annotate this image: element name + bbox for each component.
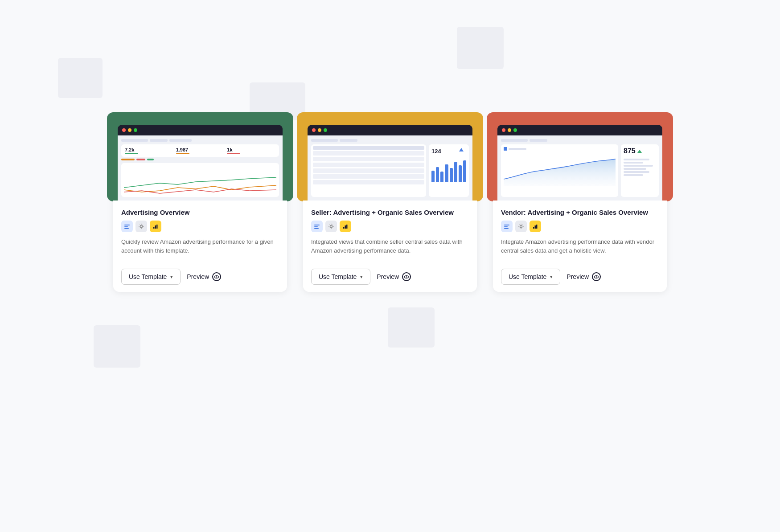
dot-green-1 bbox=[134, 128, 137, 132]
svg-rect-15 bbox=[346, 225, 348, 229]
chart-icon-2 bbox=[342, 223, 349, 229]
icon-row-3 bbox=[501, 221, 659, 232]
svg-point-12 bbox=[330, 225, 333, 228]
svg-point-3 bbox=[140, 225, 143, 228]
icon-badge-gray-1 bbox=[135, 221, 147, 232]
bars-wrapper bbox=[431, 155, 466, 182]
browser-preview-3: 875 bbox=[497, 125, 662, 201]
triangle-up-icon bbox=[459, 148, 464, 151]
metric-line-red bbox=[227, 153, 240, 154]
card-actions-2: Use Template ▾ Preview bbox=[311, 269, 469, 285]
icon-badge-blue-1 bbox=[121, 221, 133, 232]
use-template-button-3[interactable]: Use Template ▾ bbox=[501, 269, 560, 285]
metric-box-3: 1k bbox=[227, 147, 275, 154]
eye-svg-2 bbox=[404, 275, 409, 278]
card-title-2: Seller: Advertising + Organic Sales Over… bbox=[311, 209, 469, 216]
eye-icon-3 bbox=[592, 272, 601, 281]
svg-rect-9 bbox=[314, 225, 320, 225]
bg-square-2 bbox=[457, 27, 504, 69]
svg-rect-10 bbox=[314, 226, 318, 227]
eye-svg-3 bbox=[594, 275, 599, 278]
svg-rect-20 bbox=[504, 228, 509, 229]
svg-rect-18 bbox=[504, 225, 509, 225]
svg-rect-6 bbox=[156, 225, 158, 229]
mini-lines bbox=[624, 159, 656, 176]
mini-line-4 bbox=[624, 168, 646, 170]
area-chart-area bbox=[501, 144, 618, 197]
svg-rect-22 bbox=[533, 227, 534, 229]
content-area-3: 875 bbox=[501, 144, 659, 197]
bar-2 bbox=[436, 167, 439, 182]
mini-line-5 bbox=[624, 171, 649, 173]
svg-rect-24 bbox=[536, 225, 538, 229]
browser-preview-1: 7.2k 1.987 1k bbox=[118, 125, 283, 201]
card-advertising-overview: 7.2k 1.987 1k bbox=[113, 120, 287, 292]
use-template-button-2[interactable]: Use Template ▾ bbox=[311, 269, 370, 285]
preview-label-3: Preview bbox=[567, 273, 589, 280]
dot-yellow-3 bbox=[508, 128, 511, 132]
browser-preview-2: 124 bbox=[308, 125, 472, 201]
settings-icon-3 bbox=[518, 223, 524, 229]
icon-row-2 bbox=[311, 221, 469, 232]
bar-chart-area: 124 bbox=[429, 144, 469, 197]
table-row-mock-3 bbox=[313, 163, 424, 167]
browser-topbar-3 bbox=[497, 125, 662, 135]
card-body-1: Advertising Overview bbox=[113, 201, 287, 292]
metric-line-orange bbox=[176, 153, 189, 154]
table-row-mock-4 bbox=[313, 168, 424, 173]
triangle-up-icon-3 bbox=[637, 150, 642, 153]
bar-4 bbox=[445, 164, 448, 182]
icon-badge-blue-2 bbox=[311, 221, 323, 232]
svg-rect-5 bbox=[155, 225, 156, 229]
mini-line-6 bbox=[624, 174, 643, 176]
svg-rect-4 bbox=[153, 227, 155, 229]
bar-3 bbox=[440, 172, 443, 182]
chevron-down-icon-2: ▾ bbox=[360, 274, 363, 280]
content-area-2: 124 bbox=[311, 144, 469, 197]
preview-button-1[interactable]: Preview bbox=[187, 272, 221, 281]
preview-button-2[interactable]: Preview bbox=[377, 272, 411, 281]
card-description-2: Integrated views that combine seller cen… bbox=[311, 237, 469, 261]
metric-val-2: 1.987 bbox=[176, 147, 189, 152]
eye-icon-2 bbox=[402, 272, 411, 281]
bar-1 bbox=[431, 171, 435, 182]
dot-yellow-1 bbox=[128, 128, 131, 132]
area-chart-svg bbox=[504, 152, 616, 186]
icon-badge-yellow-2 bbox=[340, 221, 351, 232]
table-mock-2 bbox=[311, 144, 426, 197]
table-row-mock-1 bbox=[313, 151, 424, 156]
preview-label-1: Preview bbox=[187, 273, 209, 280]
sparkline-svg bbox=[124, 168, 276, 194]
svg-rect-2 bbox=[124, 228, 129, 229]
preview-button-3[interactable]: Preview bbox=[567, 272, 601, 281]
dot-green-3 bbox=[513, 128, 517, 132]
metrics-row: 7.2k 1.987 1k bbox=[121, 144, 279, 157]
metric-panel: 875 bbox=[621, 144, 659, 197]
bar-6 bbox=[454, 162, 457, 182]
card-vendor-overview: 875 Vendor: A bbox=[493, 120, 667, 292]
browser-topbar-2 bbox=[308, 125, 472, 135]
bar-7 bbox=[459, 165, 462, 182]
svg-rect-11 bbox=[314, 228, 319, 229]
svg-rect-19 bbox=[504, 226, 508, 227]
data-source-icon-3 bbox=[504, 223, 510, 229]
bg-square-1 bbox=[58, 58, 103, 98]
table-row-mock-6 bbox=[313, 180, 424, 184]
settings-icon-2 bbox=[328, 223, 334, 229]
use-template-button-1[interactable]: Use Template ▾ bbox=[121, 269, 181, 285]
chart-icon-3 bbox=[532, 223, 538, 229]
svg-rect-0 bbox=[124, 225, 130, 225]
dot-green-2 bbox=[324, 128, 327, 132]
chart-area-1 bbox=[121, 163, 279, 197]
use-template-label-3: Use Template bbox=[509, 273, 546, 280]
svg-point-26 bbox=[596, 276, 597, 277]
table-row-mock-2 bbox=[313, 157, 424, 161]
table-header-mock bbox=[313, 146, 424, 150]
bg-square-4 bbox=[94, 325, 140, 368]
use-template-label-1: Use Template bbox=[129, 273, 167, 280]
bar-8 bbox=[463, 160, 466, 182]
icon-badge-yellow-3 bbox=[530, 221, 541, 232]
card-description-1: Quickly review Amazon advertising perfor… bbox=[121, 237, 279, 261]
mini-line-2 bbox=[624, 162, 643, 164]
dot-red-3 bbox=[502, 128, 505, 132]
